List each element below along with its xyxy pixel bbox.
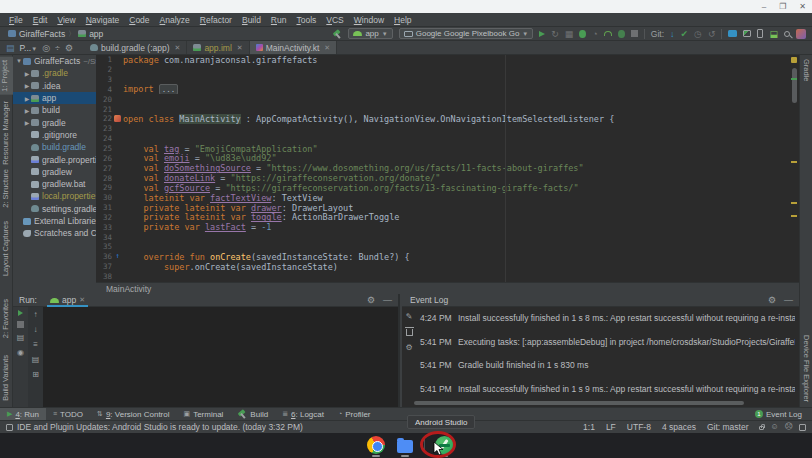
hide-panel-icon[interactable]: — — [383, 295, 392, 305]
event-log-badge[interactable]: 1Event Log — [755, 410, 812, 419]
menu-tools[interactable]: Tools — [291, 15, 321, 25]
git-commit-icon[interactable]: ✔ — [681, 29, 689, 39]
tree-item-build[interactable]: ▶build — [13, 104, 96, 116]
git-rollback-icon[interactable]: ↺ — [708, 29, 716, 39]
device-selector[interactable]: Google Google Pixelbook Go ▼ — [399, 28, 534, 39]
rerun-button[interactable] — [18, 310, 23, 316]
code-editor[interactable]: 1package com.naranjaconsal.giraffefacts2… — [96, 55, 799, 282]
attach-debugger-icon[interactable] — [618, 30, 625, 38]
file-encoding[interactable]: UTF-8 — [627, 422, 651, 432]
toolwindow-todo[interactable]: ≡TODO — [46, 408, 90, 421]
event-log-entry[interactable]: 5:41 PMGradle build finished in 1 s 830 … — [420, 360, 795, 384]
menu-run[interactable]: Run — [266, 15, 292, 25]
toolwindow-build[interactable]: Build — [230, 408, 275, 421]
tree-expand-arrow[interactable]: ▶ — [23, 70, 31, 77]
status-message[interactable]: IDE and Plugin Updates: Android Studio i… — [17, 422, 303, 432]
menu-help[interactable]: Help — [389, 15, 416, 25]
chrome-shortcut[interactable] — [366, 435, 386, 455]
toolwindow-terminal[interactable]: ▣Terminal — [177, 408, 231, 421]
close-icon[interactable]: ✕ — [324, 44, 330, 52]
project-view-selector[interactable]: P...▼ — [20, 43, 38, 53]
run-tab-app[interactable]: app ✕ — [45, 294, 90, 307]
feedback-happy-icon[interactable]: ☺ — [770, 423, 778, 431]
editor-scrollbar[interactable] — [790, 55, 798, 282]
line-ending[interactable]: LF — [606, 422, 616, 432]
tree-item-build-gradle[interactable]: build.gradle — [13, 141, 96, 153]
toolwindow-profiler[interactable]: ◔Profiler — [331, 408, 378, 421]
tree-item-gradle[interactable]: ▶gradle — [13, 116, 96, 128]
tree-item-scratches-and-consoles[interactable]: Scratches and Consoles — [13, 227, 96, 239]
print-icon[interactable]: ⊞ — [32, 370, 39, 380]
locate-file-icon[interactable]: ◎ — [42, 43, 50, 53]
apply-code-changes-icon[interactable]: ▦ — [565, 29, 574, 39]
tree-item-external-libraries[interactable]: External Libraries — [13, 215, 96, 227]
horizontal-scrollbar[interactable] — [414, 401, 744, 405]
toolwindow-4-run[interactable]: ▶4: Run — [0, 408, 46, 421]
feedback-sad-icon[interactable]: ☹ — [785, 423, 793, 431]
layout-inspector-icon[interactable] — [743, 30, 751, 37]
restore-button[interactable]: ❐ — [779, 0, 786, 13]
menu-analyze[interactable]: Analyze — [155, 15, 195, 25]
tree-item-app[interactable]: ▶app — [13, 92, 96, 104]
menu-navigate[interactable]: Navigate — [81, 15, 125, 25]
tree-item-gradlew-bat[interactable]: gradlew.bat — [13, 178, 96, 190]
down-stack-icon[interactable]: ↓ — [34, 325, 38, 335]
event-log-entry[interactable]: 5:41 PMExecuting tasks: [:app:assembleDe… — [420, 337, 795, 361]
sidebar-item-layout-captures[interactable]: Layout Captures — [1, 221, 10, 276]
menu-file[interactable]: File — [4, 15, 28, 25]
background-tasks-icon[interactable] — [799, 424, 806, 431]
sidebar-item-1-project[interactable]: 1: Project — [0, 57, 13, 95]
tree-item-gradlew[interactable]: gradlew — [13, 166, 96, 178]
git-history-icon[interactable]: ◷ — [694, 29, 702, 39]
files-app-shortcut[interactable] — [395, 435, 415, 455]
close-icon[interactable]: ✕ — [79, 296, 85, 304]
device-file-explorer-icon[interactable] — [728, 30, 737, 37]
apply-changes-icon[interactable]: ↻ — [551, 29, 559, 39]
sidebar-item-gradle[interactable]: Gradle — [802, 59, 811, 82]
minimize-button[interactable]: – — [762, 0, 766, 13]
layout-icon[interactable]: ▤ — [17, 333, 25, 343]
tree-item-local-properties[interactable]: local.properties — [13, 190, 96, 202]
settings-gear-icon[interactable]: ⚙ — [65, 43, 73, 53]
settings-wrench-icon[interactable]: ⚙ — [405, 343, 412, 353]
caret-position[interactable]: 1:1 — [583, 422, 595, 432]
scrollbar-thumb[interactable] — [792, 68, 797, 103]
soft-wrap-icon[interactable]: ≡ — [33, 340, 38, 350]
profiler-icon[interactable] — [604, 31, 612, 36]
settings-gear-icon[interactable]: ⚙ — [768, 295, 776, 305]
search-everywhere-icon[interactable] — [784, 31, 790, 37]
tree-item--gradle[interactable]: ▶.gradle — [13, 67, 96, 79]
menu-vcs[interactable]: VCS — [321, 15, 348, 25]
sidebar-item-resource-manager[interactable]: Resource Manager — [1, 101, 10, 165]
tree-item-settings-gradle[interactable]: settings.gradle — [13, 203, 96, 215]
run-button[interactable] — [539, 31, 545, 37]
profile-avatar-icon[interactable] — [796, 29, 806, 39]
menu-view[interactable]: View — [52, 15, 80, 25]
tree-expand-arrow[interactable]: ▶ — [23, 119, 31, 126]
collapse-all-icon[interactable]: ÷ — [55, 43, 60, 53]
menu-build[interactable]: Build — [237, 15, 266, 25]
menu-refactor[interactable]: Refactor — [195, 15, 237, 25]
edit-icon[interactable]: ✎ — [406, 312, 413, 322]
close-button[interactable]: ✕ — [799, 0, 806, 13]
breadcrumb-app[interactable]: app — [78, 29, 103, 39]
stop-button[interactable] — [631, 30, 638, 37]
menu-window[interactable]: Window — [349, 15, 389, 25]
tree-expand-arrow[interactable]: ▶ — [23, 82, 31, 89]
clear-all-icon[interactable] — [406, 329, 413, 336]
run-console[interactable] — [43, 307, 398, 407]
git-update-icon[interactable]: ↓ — [670, 29, 675, 39]
event-log-list[interactable]: 4:24 PMInstall successfully finished in … — [416, 307, 799, 407]
menu-edit[interactable]: Edit — [28, 15, 53, 25]
tree-item-gradle-properties[interactable]: gradle.properties — [13, 153, 96, 165]
breadcrumb-class[interactable]: MainActivity — [106, 284, 151, 294]
event-log-entry[interactable]: 4:24 PMInstall successfully finished in … — [420, 313, 795, 337]
build-hammer-icon[interactable] — [332, 29, 342, 39]
pin-icon[interactable]: ◉ — [17, 348, 24, 358]
tree-expand-arrow[interactable]: ▶ — [23, 107, 31, 114]
android-class-marker-icon[interactable] — [114, 115, 121, 122]
scroll-end-icon[interactable]: ▤ — [32, 355, 40, 365]
inspection-indicator[interactable] — [791, 57, 797, 63]
run-config-selector[interactable]: app ▼ — [348, 28, 392, 39]
coverage-icon[interactable]: ◔ — [592, 29, 597, 39]
